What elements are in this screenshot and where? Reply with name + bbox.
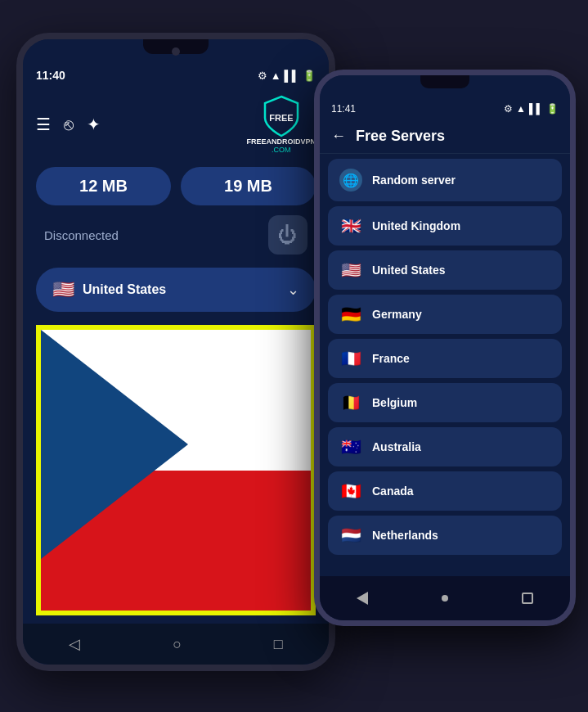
- logo-area: FREE FREEANDROIDVPN .COM: [246, 95, 316, 154]
- signal-icon2: ▌▌: [529, 103, 543, 115]
- server-flag: 🇳🇱: [339, 525, 362, 545]
- settings-icon: ⚙: [258, 70, 267, 82]
- server-name: Germany: [372, 308, 422, 321]
- country-selector[interactable]: 🇺🇸 United States ⌄: [36, 268, 316, 312]
- czech-blue: [41, 330, 188, 559]
- selected-flag: 🇺🇸: [52, 279, 74, 300]
- server-item[interactable]: 🇨🇦 Canada: [328, 471, 562, 511]
- phone2-notch-cutout: [420, 75, 469, 88]
- server-name: Belgium: [372, 396, 417, 409]
- phone2-notch: [320, 75, 570, 98]
- phone1-nav: ◁ ○ □: [23, 624, 329, 665]
- country-left: 🇺🇸 United States: [52, 279, 166, 300]
- phone1-toolbar: ☰ ⎋ ✦ FREE FREEANDROIDVPN .COM: [36, 95, 316, 154]
- server-flag: 🇫🇷: [339, 349, 362, 368]
- server-item[interactable]: 🇦🇺 Australia: [328, 427, 562, 466]
- phone2-nav: [320, 576, 570, 620]
- battery-icon2: 🔋: [546, 103, 559, 115]
- svg-text:FREE: FREE: [269, 113, 293, 123]
- status-icons2: ⚙ ▲ ▌▌ 🔋: [504, 103, 559, 115]
- logo-main-text: FREEANDROIDVPN: [246, 137, 316, 146]
- globe-icon: 🌐: [339, 169, 362, 192]
- status-bar1: 11:40 ⚙ ▲ ▌▌ 🔋: [23, 64, 329, 87]
- star-icon[interactable]: ✦: [87, 115, 101, 134]
- home-nav-btn[interactable]: ○: [173, 636, 182, 653]
- logo-shield: FREE: [262, 95, 301, 137]
- power-button[interactable]: ⏻: [268, 215, 307, 255]
- server-name: France: [372, 352, 410, 365]
- server-item[interactable]: 🇫🇷 France: [328, 339, 562, 378]
- battery-icon: 🔋: [303, 70, 316, 82]
- flag-display: [36, 325, 316, 615]
- server-item[interactable]: 🇺🇸 United States: [328, 250, 562, 290]
- settings-icon2: ⚙: [504, 103, 513, 115]
- home-nav-btn2[interactable]: [442, 595, 448, 602]
- phone1-notch: [23, 39, 329, 64]
- disconnect-label: Disconnected: [44, 228, 119, 242]
- disconnect-row: Disconnected ⏻: [36, 215, 316, 255]
- server-flag: 🇦🇺: [339, 437, 362, 457]
- header-title: Free Servers: [356, 128, 445, 145]
- time1: 11:40: [36, 69, 65, 82]
- logo-sub-text: .COM: [272, 146, 291, 154]
- selected-country: United States: [83, 282, 166, 297]
- menu-icon[interactable]: ☰: [36, 115, 51, 134]
- server-name: Netherlands: [372, 529, 438, 542]
- back-nav-btn2[interactable]: [357, 592, 368, 605]
- server-name: United Kingdom: [372, 219, 460, 232]
- status-bar2: 11:41 ⚙ ▲ ▌▌ 🔋: [320, 98, 570, 119]
- download-badge: 12 MB: [36, 167, 171, 205]
- server-name: Australia: [372, 440, 421, 453]
- phone1-device: 11:40 ⚙ ▲ ▌▌ 🔋 ☰ ⎋ ✦ FREE FREEANDROIDVPN: [16, 33, 335, 671]
- status-icons1: ⚙ ▲ ▌▌ 🔋: [258, 70, 316, 82]
- server-flag: 🇨🇦: [339, 481, 362, 501]
- server-flag: 🇩🇪: [339, 304, 362, 324]
- time2: 11:41: [331, 103, 356, 115]
- server-item[interactable]: 🌐 Random server: [328, 159, 562, 201]
- phone2-header: ← Free Servers: [320, 119, 570, 154]
- server-flag: 🇺🇸: [339, 260, 362, 280]
- server-flag: 🇧🇪: [339, 393, 362, 412]
- back-nav-btn[interactable]: ◁: [69, 635, 80, 653]
- server-name: Canada: [372, 484, 414, 498]
- back-arrow-button[interactable]: ←: [331, 128, 346, 145]
- server-item[interactable]: 🇧🇪 Belgium: [328, 383, 562, 422]
- recent-nav-btn[interactable]: □: [274, 636, 283, 653]
- server-list: 🌐 Random server 🇬🇧 United Kingdom 🇺🇸 Uni…: [320, 154, 570, 566]
- czech-flag: [41, 330, 311, 611]
- upload-badge: 19 MB: [181, 167, 316, 205]
- server-name: United States: [372, 264, 445, 277]
- wifi-icon: ▲: [271, 70, 281, 82]
- server-item[interactable]: 🇳🇱 Netherlands: [328, 516, 562, 555]
- data-row: 12 MB 19 MB: [36, 167, 316, 205]
- server-item[interactable]: 🇬🇧 United Kingdom: [328, 206, 562, 246]
- share-icon[interactable]: ⎋: [64, 115, 74, 134]
- wifi-icon2: ▲: [516, 103, 526, 115]
- phone1-content: ☰ ⎋ ✦ FREE FREEANDROIDVPN .COM 12 MB 19 …: [23, 87, 329, 624]
- recent-nav-btn2[interactable]: [522, 593, 533, 604]
- camera: [172, 47, 180, 56]
- phone2-device: 11:41 ⚙ ▲ ▌▌ 🔋 ← Free Servers 🌐 Random s…: [314, 70, 576, 626]
- server-name: Random server: [372, 173, 456, 187]
- chevron-icon: ⌄: [287, 281, 299, 299]
- signal-icon: ▌▌: [285, 70, 299, 82]
- server-item[interactable]: 🇩🇪 Germany: [328, 295, 562, 334]
- server-flag: 🇬🇧: [339, 216, 362, 236]
- toolbar-icons: ☰ ⎋ ✦: [36, 115, 101, 134]
